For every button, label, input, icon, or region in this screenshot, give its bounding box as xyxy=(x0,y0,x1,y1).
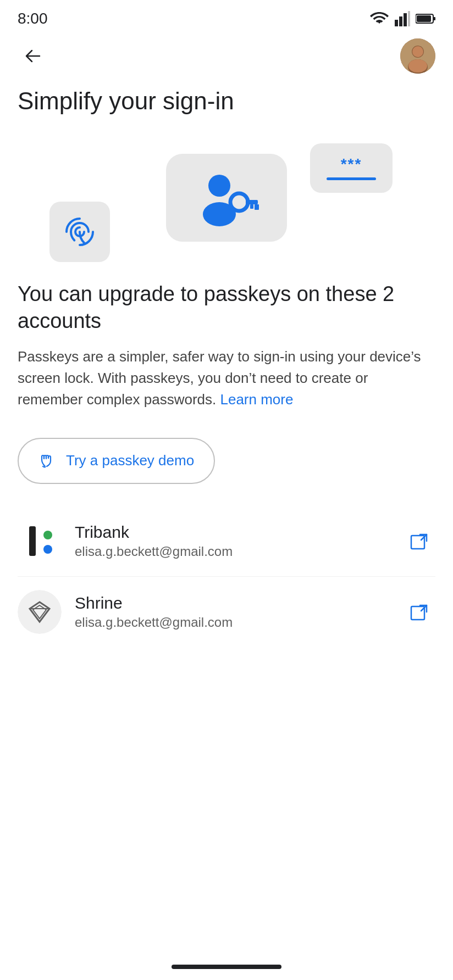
password-bubble: *** xyxy=(310,143,393,193)
account-item-shrine[interactable]: Shrine elisa.g.beckett@gmail.com xyxy=(18,577,435,647)
signal-icon xyxy=(395,11,410,26)
demo-button-label: Try a passkey demo xyxy=(66,452,194,469)
avatar-svg xyxy=(400,38,435,74)
tribank-stem xyxy=(29,526,36,556)
password-line xyxy=(327,177,376,180)
svg-rect-18 xyxy=(411,536,424,549)
tribank-logo xyxy=(18,519,62,563)
external-link-icon-2 xyxy=(409,601,431,623)
main-heading: You can upgrade to passkeys on these 2 a… xyxy=(18,281,435,335)
svg-rect-17 xyxy=(250,204,253,209)
tribank-dot-blue xyxy=(43,545,52,554)
heading-section: You can upgrade to passkeys on these 2 a… xyxy=(18,281,435,410)
tribank-email: elisa.g.beckett@gmail.com xyxy=(75,544,405,559)
person-key-icon xyxy=(191,165,262,231)
tribank-account-info: Tribank elisa.g.beckett@gmail.com xyxy=(75,523,405,559)
svg-point-12 xyxy=(208,175,230,197)
back-arrow-icon xyxy=(23,46,43,66)
svg-rect-3 xyxy=(408,11,410,26)
svg-point-11 xyxy=(408,59,427,73)
password-stars: *** xyxy=(341,155,362,173)
svg-point-14 xyxy=(230,193,248,211)
status-time: 8:00 xyxy=(18,10,48,27)
svg-rect-1 xyxy=(399,16,402,26)
shrine-logo-circle xyxy=(18,590,62,634)
wifi-icon xyxy=(369,12,389,26)
header-nav xyxy=(0,33,453,82)
home-indicator xyxy=(172,965,281,969)
back-button[interactable] xyxy=(18,41,48,71)
shrine-logo xyxy=(18,590,62,634)
shrine-name: Shrine xyxy=(75,594,405,612)
fingerprint-icon xyxy=(61,213,98,250)
hero-illustration: *** xyxy=(0,129,453,272)
main-content: You can upgrade to passkeys on these 2 a… xyxy=(0,272,453,656)
shrine-email: elisa.g.beckett@gmail.com xyxy=(75,615,405,630)
description-text: Passkeys are a simpler, safer way to sig… xyxy=(18,346,435,410)
account-item-tribank[interactable]: Tribank elisa.g.beckett@gmail.com xyxy=(18,506,435,577)
svg-rect-2 xyxy=(404,13,407,26)
try-passkey-demo-button[interactable]: Try a passkey demo xyxy=(18,438,215,484)
svg-rect-15 xyxy=(246,200,258,204)
status-icons xyxy=(369,11,435,26)
tribank-dot-green xyxy=(43,531,52,539)
description-body: Passkeys are a simpler, safer way to sig… xyxy=(18,348,421,408)
learn-more-link[interactable]: Learn more xyxy=(220,391,293,408)
external-link-icon xyxy=(409,530,431,552)
hand-wave-icon xyxy=(38,451,58,471)
shrine-external-link-button[interactable] xyxy=(405,597,435,627)
shrine-account-info: Shrine elisa.g.beckett@gmail.com xyxy=(75,594,405,630)
svg-rect-16 xyxy=(255,204,259,210)
tribank-name: Tribank xyxy=(75,523,405,542)
account-list: Tribank elisa.g.beckett@gmail.com xyxy=(18,506,435,647)
avatar[interactable] xyxy=(400,38,435,74)
main-bubble xyxy=(166,154,287,242)
shrine-diamond-icon xyxy=(26,599,53,625)
status-bar: 8:00 xyxy=(0,0,453,33)
tribank-external-link-button[interactable] xyxy=(405,526,435,556)
avatar-image xyxy=(400,38,435,74)
battery-icon xyxy=(416,13,435,24)
fingerprint-bubble xyxy=(49,202,110,262)
tribank-logo-graphic xyxy=(26,526,53,556)
svg-rect-22 xyxy=(411,606,424,620)
page-title: Simplify your sign-in xyxy=(0,82,453,129)
svg-rect-0 xyxy=(395,20,398,26)
svg-rect-6 xyxy=(433,17,435,20)
svg-point-10 xyxy=(412,46,423,57)
svg-rect-5 xyxy=(417,15,431,22)
password-content: *** xyxy=(327,155,376,180)
